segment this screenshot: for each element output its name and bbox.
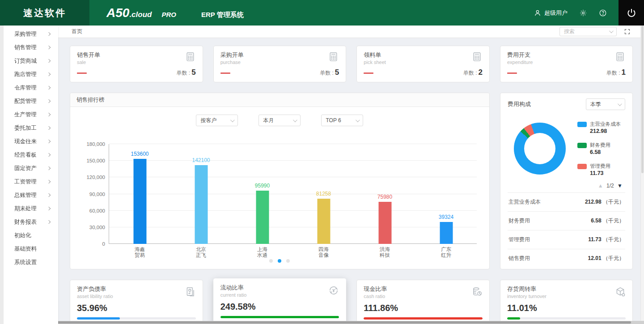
stat-card[interactable]: 销售开单 sale 单数 :5 xyxy=(70,46,203,82)
horizontal-scrollbar[interactable] xyxy=(0,321,644,324)
sales-ranking-card: 销售排行榜 按客户 本月 TOP 6 030,00060,00090,00012… xyxy=(70,93,490,269)
chevron-right-icon xyxy=(47,113,51,116)
kpi-progress-fill xyxy=(364,317,483,320)
sidebar-item-label: 订货商城 xyxy=(14,57,37,65)
sidebar-item[interactable]: 订货商城 xyxy=(4,54,58,68)
stat-card[interactable]: 领料单 pick sheet 单数 :2 xyxy=(356,46,490,82)
expense-row-value: 11.73 （千元） xyxy=(588,236,624,243)
expense-donut-chart xyxy=(514,123,566,175)
sidebar-item[interactable]: 配货管理 xyxy=(4,94,58,108)
legend-label: 管理费用 xyxy=(590,163,610,170)
stat-card-title: 采购开单 xyxy=(220,51,244,59)
sidebar-item-label: 销售管理 xyxy=(14,44,37,51)
chart-filter-select[interactable]: 按客户 xyxy=(196,115,238,126)
stat-card[interactable]: 费用开支 expenditure 单数 :1 xyxy=(500,46,633,82)
sidebar-item[interactable]: 仓库管理 xyxy=(4,81,58,94)
stat-card[interactable]: 采购开单 purchase 单数 :5 xyxy=(213,46,347,82)
vertical-scrollbar-thumb[interactable] xyxy=(641,26,644,173)
sidebar-item[interactable]: 基础资料 xyxy=(4,242,58,256)
logout-button[interactable] xyxy=(619,0,644,26)
sidebar-item[interactable]: 工资管理 xyxy=(4,175,58,188)
user-menu[interactable]: 超级用户 xyxy=(534,9,568,17)
coins-icon xyxy=(471,286,483,299)
sidebar-item[interactable]: 总账管理 xyxy=(4,188,58,202)
sidebar-item[interactable]: 跑店管理 xyxy=(4,68,58,81)
expense-row: 主营业务成本 212.98 （千元） xyxy=(508,192,625,211)
expense-row-label: 主营业务成本 xyxy=(508,198,541,206)
carousel-dots xyxy=(70,259,489,263)
sales-ranking-title: 销售排行榜 xyxy=(70,93,489,107)
stat-count-label: 单数 : xyxy=(177,70,191,76)
chart-filter-select[interactable]: TOP 6 xyxy=(321,115,363,126)
chevron-right-icon xyxy=(47,193,51,197)
breadcrumb[interactable]: 首页 xyxy=(72,28,82,35)
kpi-card[interactable]: 现金比率 cash ratio 111.86% xyxy=(356,280,490,324)
chart-filter-value: 按客户 xyxy=(200,117,216,124)
legend-swatch xyxy=(577,164,587,169)
kpi-progress-track xyxy=(364,317,483,320)
kpi-card[interactable]: 流动比率 current ratio 249.58% xyxy=(213,278,347,324)
sidebar-item-label: 经营看板 xyxy=(14,151,37,159)
sidebar-item[interactable]: 现金往来 xyxy=(4,135,58,148)
sidebar-scrollbar[interactable] xyxy=(0,26,4,324)
chevron-right-icon xyxy=(47,166,51,170)
period-select[interactable]: 本季 xyxy=(586,98,625,110)
kpi-value: 249.58% xyxy=(220,302,339,312)
sidebar-item-label: 初始化 xyxy=(14,232,31,239)
bar-value-label: 153600 xyxy=(131,151,148,157)
bar-category-label: 北京 正飞 xyxy=(196,247,206,258)
sidebar-item[interactable]: 财务报表 xyxy=(4,215,58,229)
page-up-icon[interactable]: ▲ xyxy=(598,183,603,189)
stat-dash xyxy=(220,72,230,74)
bar-slot: 39324 广东 红升 xyxy=(415,144,477,244)
kpi-title: 资产负债率 xyxy=(77,285,196,293)
carousel-dot[interactable] xyxy=(286,259,290,263)
stat-card-title: 费用开支 xyxy=(507,51,533,59)
bar xyxy=(133,159,146,244)
header-actions: 超级用户 xyxy=(534,9,607,17)
expense-row: 销售费用 12.01 （千元） xyxy=(508,249,625,268)
kpi-value: 111.86% xyxy=(364,303,483,313)
sidebar-item[interactable]: 销售管理 xyxy=(4,41,58,54)
help-icon[interactable] xyxy=(599,9,607,17)
stat-count-value: 5 xyxy=(191,68,195,77)
settings-gear-icon[interactable] xyxy=(579,9,587,17)
sidebar-item-label: 仓库管理 xyxy=(14,84,37,92)
sidebar-item[interactable]: 生产管理 xyxy=(4,108,58,121)
sidebar-item[interactable]: 初始化 xyxy=(4,229,58,242)
sidebar-item[interactable]: 系统设置 xyxy=(4,256,58,269)
sidebar-item[interactable]: 采购管理 xyxy=(4,27,58,41)
sidebar-item-label: 基础资料 xyxy=(14,245,37,253)
chevron-right-icon xyxy=(47,140,51,143)
kpi-card[interactable]: 资产负债率 asset libility ratio 35.96% xyxy=(70,280,203,324)
sidebar-item-label: 采购管理 xyxy=(14,30,37,38)
carousel-dot-active[interactable] xyxy=(278,259,281,263)
chevron-down-icon xyxy=(356,118,360,122)
period-select-value: 本季 xyxy=(590,101,601,108)
search-input[interactable]: 搜索 xyxy=(559,27,617,36)
expense-row-unit: （千元） xyxy=(603,199,624,205)
stat-dash xyxy=(507,72,517,74)
sidebar-item-label: 委托加工 xyxy=(14,124,37,132)
y-axis-tick-label: 180,000 xyxy=(80,141,105,147)
chart-filter-select[interactable]: 本月 xyxy=(258,115,301,126)
bar xyxy=(440,222,453,244)
page-down-icon[interactable]: ▼ xyxy=(617,183,623,189)
sidebar-item-label: 总账管理 xyxy=(14,192,37,199)
sidebar-item[interactable]: 期末处理 xyxy=(4,202,58,215)
sidebar-item[interactable]: 固定资产 xyxy=(4,162,58,175)
fullscreen-icon[interactable] xyxy=(624,28,631,35)
stat-card-title: 销售开单 xyxy=(77,51,100,59)
bar xyxy=(378,202,391,244)
carousel-dot[interactable] xyxy=(269,259,273,263)
sidebar-item[interactable]: 委托加工 xyxy=(4,121,58,135)
stat-dash xyxy=(77,72,87,74)
legend-label: 财务费用 xyxy=(590,142,610,149)
stat-dash xyxy=(364,72,373,74)
horizontal-scrollbar-thumb[interactable] xyxy=(0,321,631,324)
kpi-progress-fill xyxy=(220,316,339,318)
kpi-card[interactable]: 存货周转率 inventory turnover 11.01% xyxy=(500,280,633,324)
bar-category-label: 洪海 科技 xyxy=(380,247,390,258)
sidebar-item[interactable]: 经营看板 xyxy=(4,148,58,162)
vertical-scrollbar[interactable] xyxy=(640,26,644,321)
